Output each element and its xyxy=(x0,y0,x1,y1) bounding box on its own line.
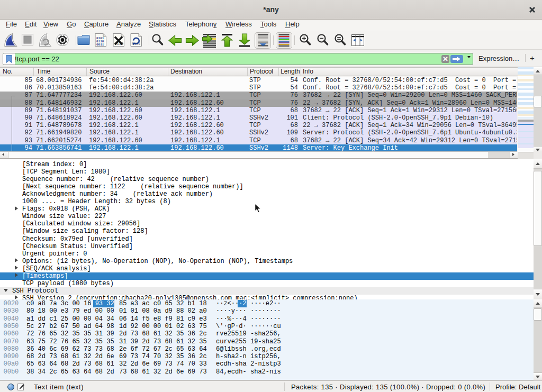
svg-text:0011: 0011 xyxy=(96,43,104,47)
